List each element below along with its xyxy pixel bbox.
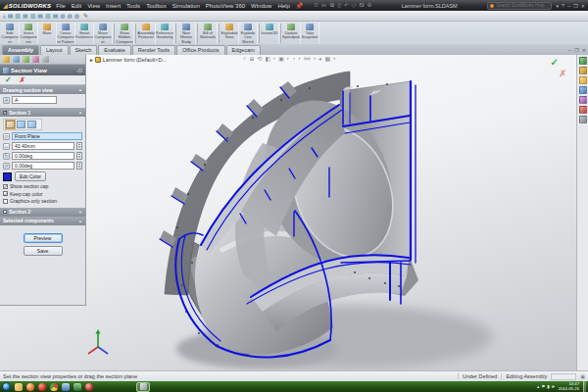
confirm-cancel-icon[interactable]: ✗ — [559, 69, 566, 78]
bill-of-materials-button[interactable]: Bill of Materials — [199, 23, 218, 44]
feature-manager-tab-icon[interactable] — [3, 56, 10, 63]
opera-icon[interactable] — [38, 383, 46, 391]
ok-check-icon[interactable]: ✓ — [5, 76, 12, 84]
quick-access-toolbar[interactable]: 🗋 🗁 🖫 ⎙ ↶ ⭯ 🗘 ⚙ — [314, 2, 371, 9]
menu-edit[interactable]: Edit — [71, 3, 82, 9]
action-center-flag-icon[interactable]: ⚑ — [541, 384, 545, 389]
macro-globe-icon-2[interactable]: ◍ — [68, 13, 73, 19]
insert-components-button[interactable]: Insert Components — [20, 23, 38, 44]
doc-restore-icon[interactable]: ❐ — [574, 47, 578, 53]
top-plane-button[interactable] — [17, 121, 25, 128]
tab-render-tools[interactable]: Render Tools — [132, 45, 175, 55]
chrome-icon[interactable] — [50, 383, 58, 391]
section1-checkbox[interactable] — [3, 111, 7, 115]
section-cap-color-swatch[interactable] — [3, 172, 12, 181]
minimize-icon[interactable]: ─ — [567, 3, 571, 9]
graphics-only-section-checkbox[interactable] — [3, 199, 8, 204]
exploded-view-button[interactable]: Exploded View — [220, 23, 239, 44]
appearances-icon[interactable] — [579, 106, 587, 114]
group-section-1[interactable]: Section 1 ▲ — [0, 108, 85, 117]
front-plane-button[interactable] — [6, 121, 15, 128]
macro-pencil-icon[interactable]: ✎ — [83, 13, 88, 19]
new-icon[interactable]: 🗋 — [314, 2, 318, 9]
cancel-x-icon[interactable]: ✗ — [20, 76, 25, 83]
menu-toolbox[interactable]: Toolbox — [145, 3, 168, 9]
start-button[interactable] — [2, 382, 11, 391]
flyout-feature-tree[interactable]: ▸ Lammer form (Default<D... — [90, 57, 167, 63]
previous-view-icon[interactable]: ⟲ — [257, 55, 262, 62]
show-hidden-button[interactable]: Show Hidden Components — [116, 23, 134, 44]
search-box[interactable] — [487, 2, 552, 10]
macro-doc-icon-2[interactable]: ▥ — [15, 13, 21, 19]
restore-icon[interactable]: ❐ — [573, 3, 577, 9]
instant3d-button[interactable]: Instant3D — [261, 23, 279, 44]
tab-office-products[interactable]: Office Products — [176, 45, 225, 55]
menu-help[interactable]: Help — [276, 3, 290, 9]
undo-icon[interactable]: ↶ — [344, 2, 348, 9]
view-palette-icon[interactable] — [579, 96, 587, 104]
configuration-manager-tab-icon[interactable] — [23, 56, 29, 63]
new-motion-study-button[interactable]: New Motion Study — [177, 23, 196, 44]
assembly-features-button[interactable]: Assembly Features — [137, 23, 156, 44]
menu-tools[interactable]: Tools — [125, 3, 141, 9]
x-rotation-spinner[interactable]: ▲▼ — [76, 152, 82, 160]
update-speedpak-button[interactable]: Update Speedpak — [282, 23, 301, 44]
volume-icon[interactable]: 🕪 — [552, 384, 555, 389]
menu-window[interactable]: Window — [250, 3, 272, 9]
smart-fasteners-button[interactable]: Smart Fasteners — [75, 23, 94, 44]
section-view-icon[interactable]: ◧ — [265, 55, 270, 62]
excel-icon[interactable] — [74, 383, 81, 391]
offset-spinner[interactable]: ▲▼ — [76, 142, 82, 150]
hide-show-items-icon[interactable]: 👓 — [303, 55, 311, 62]
graphics-area[interactable]: ⌕ ⊞ ⟲ ◧▾ ▣▾ ◔▾ 👓▾ ◕ ▦▾ ▸ Lammer form (De… — [0, 55, 588, 370]
tab-sketch[interactable]: Sketch — [70, 45, 98, 55]
explode-line-sketch-button[interactable]: Explode Line Sketch — [239, 23, 258, 44]
explorer-icon[interactable] — [15, 383, 23, 391]
close-icon[interactable]: ✕ — [581, 3, 585, 9]
media-icon[interactable] — [85, 383, 93, 391]
macro-doc-icon-6[interactable]: ▥ — [45, 13, 51, 19]
take-snapshot-button[interactable]: Take Snapshot — [301, 23, 319, 44]
rebuild-icon[interactable]: 🗘 — [360, 2, 365, 9]
macro-run-icon[interactable]: ⤓ — [3, 13, 6, 19]
offset-distance-input[interactable]: 43.40mm — [12, 142, 74, 150]
taskbar-clock[interactable]: 14:47 2014-05-26 — [557, 382, 581, 391]
tab-edgecam[interactable]: Edgecam — [226, 45, 261, 55]
section-label-input[interactable]: A — [12, 96, 57, 104]
mate-button[interactable]: Mate — [38, 23, 57, 44]
y-rotation-input[interactable]: 0.00deg — [12, 162, 74, 170]
macro-doc-icon-1[interactable]: ▤ — [8, 13, 14, 19]
search-input[interactable] — [496, 3, 549, 8]
move-component-button[interactable]: Move Component — [94, 23, 113, 44]
keep-cap-color-checkbox[interactable] — [3, 191, 8, 196]
edit-appearance-icon[interactable]: ◕ — [318, 56, 322, 62]
x-rotation-input[interactable]: 0.00deg — [12, 152, 74, 160]
design-library-icon[interactable] — [579, 67, 587, 74]
doc-close-icon[interactable]: ✕ — [582, 47, 586, 53]
firefox-icon[interactable] — [26, 383, 34, 391]
model-3d-sectioned-elbow[interactable] — [0, 55, 588, 370]
file-explorer-icon[interactable] — [579, 76, 587, 84]
taskbar-active-solidworks[interactable] — [136, 382, 150, 392]
menu-file[interactable]: File — [55, 3, 67, 9]
view-orientation-icon[interactable]: ▣ — [278, 55, 284, 62]
open-icon[interactable]: 🗁 — [321, 2, 326, 9]
display-style-icon[interactable]: ◔ — [292, 56, 296, 62]
tab-layout[interactable]: Layout — [40, 45, 69, 55]
section2-checkbox[interactable] — [3, 210, 7, 214]
options-icon[interactable]: ⚙ — [368, 2, 371, 9]
y-rotation-spinner[interactable]: ▲▼ — [76, 162, 82, 170]
menu-photoview360[interactable]: PhotoView 360 — [205, 3, 246, 9]
property-manager-tab-icon[interactable] — [13, 56, 20, 63]
display-manager-tab-icon[interactable] — [42, 56, 49, 63]
macro-doc-icon-5[interactable]: ▤ — [37, 13, 43, 19]
save-button[interactable]: Save — [24, 246, 63, 256]
search-pane-icon[interactable] — [579, 86, 587, 94]
tab-assembly[interactable]: Assembly — [2, 45, 39, 55]
show-section-cap-checkbox[interactable] — [3, 184, 8, 189]
menu-view[interactable]: View — [86, 3, 101, 9]
menu-pin-icon[interactable]: 📌 — [295, 2, 305, 9]
edit-component-button[interactable]: Edit Component — [1, 23, 20, 44]
search-dropdown-icon[interactable]: ▾ — [556, 3, 559, 9]
reference-plane-field[interactable]: Front Plane — [12, 132, 82, 140]
